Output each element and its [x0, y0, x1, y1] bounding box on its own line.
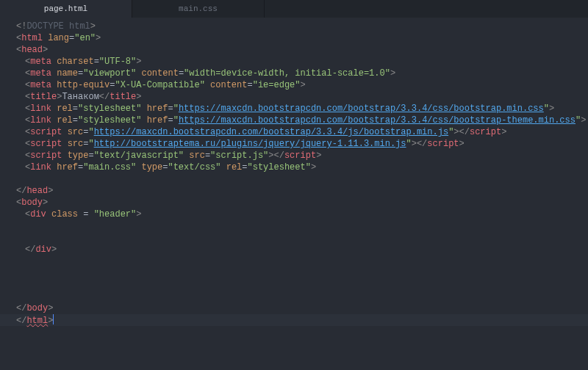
code-line: <script src="https://maxcdn.bootstrapcdn…: [0, 126, 588, 138]
code-line: <link rel="stylesheet" href="https://max…: [0, 103, 588, 115]
code-line: <script type="text/javascript" src="scri…: [0, 150, 588, 162]
code-line: [0, 279, 588, 291]
code-line: </head>: [0, 185, 588, 197]
code-line: </div>: [0, 244, 588, 255]
code-line: [0, 255, 588, 267]
code-line: [0, 232, 588, 244]
code-line: <div class = "header">: [0, 208, 588, 220]
code-line: [0, 220, 588, 232]
code-line: </body>: [0, 302, 588, 314]
code-line: [0, 267, 588, 279]
code-line: <body>: [0, 197, 588, 208]
code-line: <!DOCTYPE html>: [0, 21, 588, 32]
tab-page-html[interactable]: page.html: [0, 0, 132, 18]
code-line: <meta name="viewport" content="width=dev…: [0, 68, 588, 79]
text-cursor: [53, 314, 54, 324]
code-line: <script src="http://bootstraptema.ru/plu…: [0, 138, 588, 150]
code-line: [0, 291, 588, 302]
code-line: <link href="main.css" type="text/css" re…: [0, 162, 588, 173]
tab-main-css[interactable]: main.css: [132, 0, 265, 18]
code-line: <head>: [0, 44, 588, 56]
code-line: <meta http-equiv="X-UA-Compatible" conte…: [0, 79, 588, 91]
code-editor[interactable]: <!DOCTYPE html> <html lang="en"> <head> …: [0, 18, 588, 326]
tab-bar: page.html main.css: [0, 0, 588, 18]
code-line: <meta charset="UTF-8">: [0, 56, 588, 68]
code-line: [0, 173, 588, 185]
code-line: <html lang="en">: [0, 32, 588, 44]
code-line-active: </html>: [0, 314, 588, 326]
code-line: <title>Танаком</title>: [0, 91, 588, 103]
code-line: <link rel="stylesheet" href="https://max…: [0, 115, 588, 126]
